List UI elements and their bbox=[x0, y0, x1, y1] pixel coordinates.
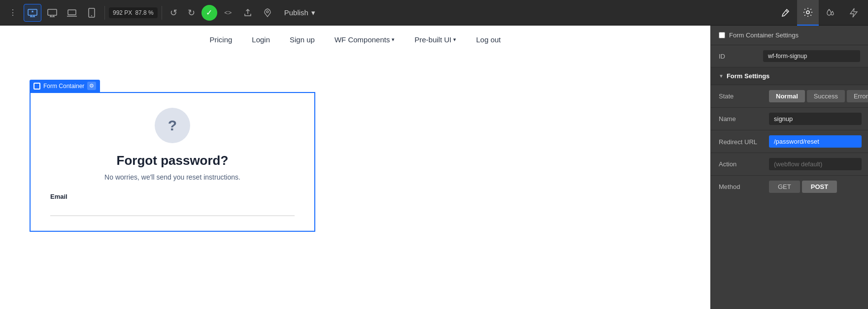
style-brush-icon[interactable] bbox=[774, 0, 796, 26]
code-editor-icon[interactable]: <> bbox=[219, 4, 237, 22]
export-icon[interactable] bbox=[239, 4, 257, 22]
name-label: Name bbox=[719, 115, 763, 123]
settings-panel-icon[interactable] bbox=[797, 0, 819, 26]
svg-point-13 bbox=[267, 11, 268, 13]
laptop-icon[interactable] bbox=[63, 4, 81, 22]
form-settings-section-header[interactable]: ▼ Form Settings bbox=[711, 67, 868, 85]
form-container-label-text: Form Container bbox=[43, 83, 84, 90]
canvas-inner: Pricing Login Sign up WF Components ▾ Pr… bbox=[0, 26, 710, 309]
state-row: State Normal Success Error bbox=[711, 85, 868, 108]
method-row: Method GET POST bbox=[711, 176, 868, 198]
redo-button[interactable]: ↻ bbox=[184, 5, 200, 21]
svg-rect-5 bbox=[48, 9, 57, 15]
form-subtitle: No worries, we'll send you reset instruc… bbox=[50, 173, 295, 181]
state-buttons: Normal Success Error bbox=[769, 90, 868, 102]
method-get-button[interactable]: GET bbox=[769, 181, 800, 193]
form-container-gear-icon[interactable]: ⚙ bbox=[87, 82, 96, 90]
nav-item-pricing[interactable]: Pricing bbox=[209, 35, 232, 44]
form-settings-label: Form Settings bbox=[727, 72, 769, 80]
email-input[interactable] bbox=[50, 202, 295, 216]
form-settings-triangle-icon: ▼ bbox=[719, 73, 724, 79]
state-success-button[interactable]: Success bbox=[807, 90, 845, 102]
state-label: State bbox=[719, 93, 763, 100]
nav-item-login[interactable]: Login bbox=[252, 35, 270, 44]
action-label: Action bbox=[719, 160, 763, 168]
desktop-starred-icon[interactable] bbox=[24, 4, 41, 22]
form-container-label[interactable]: Form Container ⚙ bbox=[30, 80, 100, 92]
right-toolbar bbox=[774, 0, 864, 26]
publish-button[interactable]: Publish ▾ bbox=[278, 5, 321, 20]
svg-rect-9 bbox=[68, 10, 76, 15]
email-field-label: Email bbox=[50, 193, 295, 200]
action-row: Action bbox=[711, 153, 868, 176]
form-container-settings-label: Form Container Settings bbox=[729, 31, 799, 39]
tablet-icon[interactable] bbox=[83, 4, 100, 22]
canvas-size-display: 992 PX 87.8 % bbox=[109, 7, 158, 18]
id-row: ID wf-form-signup bbox=[711, 45, 868, 67]
redirect-url-row: Redirect URL bbox=[711, 130, 868, 153]
method-label: Method bbox=[719, 183, 763, 190]
nav-item-logout[interactable]: Log out bbox=[476, 35, 501, 44]
form-title: Forgot password? bbox=[50, 153, 295, 168]
method-post-button[interactable]: POST bbox=[802, 181, 837, 193]
redirect-url-label: Redirect URL bbox=[719, 135, 763, 147]
svg-point-14 bbox=[806, 11, 809, 14]
svg-marker-4 bbox=[31, 10, 34, 12]
form-box: ? Forgot password? No worries, we'll sen… bbox=[30, 92, 315, 232]
name-input[interactable] bbox=[769, 113, 862, 125]
canvas[interactable]: Pricing Login Sign up WF Components ▾ Pr… bbox=[0, 26, 710, 309]
form-question-icon: ? bbox=[155, 108, 190, 143]
form-container-checkbox-icon bbox=[33, 83, 40, 90]
prebuilt-ui-chevron-icon: ▾ bbox=[453, 36, 456, 43]
lightning-icon[interactable] bbox=[842, 0, 864, 26]
form-container-settings-section: Form Container Settings bbox=[711, 26, 868, 45]
id-input[interactable]: wf-form-signup bbox=[763, 50, 860, 62]
form-container-settings-checkbox[interactable] bbox=[719, 32, 725, 38]
method-buttons: GET POST bbox=[769, 181, 837, 193]
canvas-px-value: 992 PX bbox=[113, 9, 132, 16]
right-panel: Form Container Settings ID wf-form-signu… bbox=[710, 26, 868, 309]
desktop-icon[interactable] bbox=[43, 4, 61, 22]
id-label: ID bbox=[719, 53, 763, 60]
publish-label: Publish bbox=[284, 8, 308, 17]
state-error-button[interactable]: Error bbox=[847, 90, 868, 102]
publish-chevron-icon: ▾ bbox=[311, 8, 315, 17]
redirect-url-input[interactable] bbox=[769, 135, 862, 148]
svg-point-12 bbox=[91, 15, 92, 16]
wf-components-chevron-icon: ▾ bbox=[392, 36, 395, 43]
nav-item-prebuilt-ui[interactable]: Pre-built UI ▾ bbox=[414, 35, 456, 44]
action-input[interactable] bbox=[769, 158, 862, 170]
rocket-icon[interactable] bbox=[259, 4, 276, 22]
nav-item-wf-components[interactable]: WF Components ▾ bbox=[334, 35, 395, 44]
main-area: Pricing Login Sign up WF Components ▾ Pr… bbox=[0, 26, 868, 309]
form-container-wrapper: Form Container ⚙ ? Forgot password? No w… bbox=[30, 80, 315, 232]
undo-button[interactable]: ↺ bbox=[166, 5, 182, 21]
menu-dots-icon[interactable]: ⋮ bbox=[4, 4, 22, 22]
nav-item-signup[interactable]: Sign up bbox=[290, 35, 315, 44]
save-status-icon: ✓ bbox=[201, 5, 217, 21]
name-row: Name bbox=[711, 108, 868, 130]
interactions-drops-icon[interactable] bbox=[820, 0, 841, 26]
main-toolbar: ⋮ 992 PX 87.8 % bbox=[0, 0, 868, 26]
state-normal-button[interactable]: Normal bbox=[769, 90, 805, 102]
site-nav: Pricing Login Sign up WF Components ▾ Pr… bbox=[0, 26, 710, 54]
canvas-zoom-value: 87.8 % bbox=[135, 9, 153, 16]
